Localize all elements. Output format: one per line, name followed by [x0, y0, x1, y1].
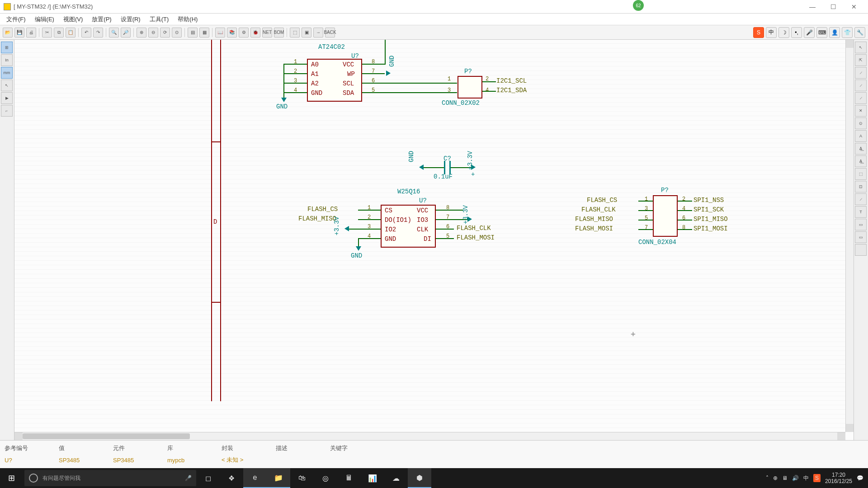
menu-file[interactable]: 文件(F)	[3, 14, 29, 24]
copy-icon[interactable]: ⧉	[54, 28, 64, 38]
menu-help[interactable]: 帮助(H)	[174, 14, 201, 24]
place-hierlabel-tool[interactable]: ⬚	[855, 168, 867, 180]
bom-icon[interactable]: BOM	[274, 28, 284, 38]
place-image-tool[interactable]: ▭	[855, 231, 867, 243]
net-label: FLASH_CLK	[457, 225, 491, 232]
sheet-icon[interactable]: ▤	[188, 28, 198, 38]
tray-ime-button[interactable]: 中	[803, 474, 809, 482]
back-icon[interactable]: BACK	[325, 28, 335, 38]
taskbar-calculator[interactable]: 🖩	[337, 468, 361, 488]
ime-logo-icon[interactable]: S	[753, 27, 764, 38]
ime-keyboard-icon[interactable]: ⌨	[816, 27, 827, 38]
layer-icon[interactable]: ▦	[199, 28, 209, 38]
zoom-in-icon[interactable]: ⊕	[137, 28, 146, 38]
taskbar-explorer[interactable]: 📁	[267, 468, 290, 488]
task-view-button[interactable]: ◻	[196, 468, 220, 488]
place-power-tool[interactable]: ⟋	[855, 80, 867, 91]
place-netlabel-tool[interactable]: A͟	[855, 143, 867, 155]
place-junction-tool[interactable]: A	[855, 130, 867, 142]
unit-mm-button[interactable]: mm	[1, 67, 13, 79]
ime-mic-icon[interactable]: 🎤	[804, 27, 815, 38]
replace-icon[interactable]: 🔎	[121, 28, 131, 38]
netlist-icon[interactable]: NET	[262, 28, 272, 38]
zoom-out-icon[interactable]: ⊖	[148, 28, 158, 38]
grid-button[interactable]: ⊞	[1, 42, 13, 53]
undo-icon[interactable]: ↶	[81, 28, 91, 38]
tray-chevron-icon[interactable]: ˄	[766, 475, 769, 481]
tray-notifications-icon[interactable]: 💬	[857, 475, 863, 481]
minimize-button[interactable]: —	[802, 0, 823, 13]
import-sheet-tool[interactable]: ⟋	[855, 193, 867, 205]
lib-icon[interactable]: 📚	[227, 28, 237, 38]
tray-monitor-icon[interactable]: 🖥	[782, 475, 788, 481]
footprint-icon[interactable]: ⬚	[290, 28, 300, 38]
menu-settings[interactable]: 设置(R)	[117, 14, 144, 24]
annotate-icon[interactable]: ⚙	[239, 28, 249, 38]
redo-icon[interactable]: ↷	[93, 28, 103, 38]
delete-tool[interactable]	[855, 244, 867, 256]
lines-button[interactable]: ⌐	[1, 105, 13, 117]
place-noconnect-tool[interactable]: ⊙	[855, 117, 867, 129]
highlight-tool[interactable]: ⇱	[855, 54, 867, 66]
conn2x2-name: CONN_02X02	[442, 99, 480, 107]
paste-icon[interactable]: 📋	[66, 28, 75, 38]
vertical-scrollbar[interactable]	[845, 40, 854, 432]
print-icon[interactable]: 🖨	[26, 28, 36, 38]
mic-icon[interactable]: 🎤	[185, 475, 192, 481]
maximize-button[interactable]: ☐	[823, 0, 844, 13]
ime-punct-icon[interactable]: •,	[791, 27, 802, 38]
tray-volume-icon[interactable]: 🔊	[792, 475, 799, 481]
taskbar-edge[interactable]: e	[243, 468, 267, 488]
taskbar-app-2[interactable]: ◎	[314, 468, 337, 488]
pin-label: WP	[347, 70, 355, 78]
ime-moon-icon[interactable]: ☽	[778, 27, 789, 38]
cursor-button[interactable]: ↖	[1, 80, 13, 91]
pcb-icon[interactable]: ▣	[302, 28, 311, 38]
forward-icon[interactable]: →	[313, 28, 323, 38]
ime-lang-button[interactable]: 中	[766, 27, 777, 38]
taskbar-store[interactable]: 🛍	[290, 468, 314, 488]
place-line-tool[interactable]: T	[855, 206, 867, 218]
place-bus-tool[interactable]: ✕	[855, 105, 867, 117]
ime-skin-icon[interactable]: 👕	[842, 27, 853, 38]
book-icon[interactable]: 📖	[215, 28, 225, 38]
taskbar-app-1[interactable]: ❖	[220, 468, 243, 488]
menu-place[interactable]: 放置(P)	[88, 14, 115, 24]
conn2x4-body[interactable]	[653, 195, 678, 237]
zoom-fit-icon[interactable]: ⊙	[172, 28, 182, 38]
conn2x2-body[interactable]	[458, 76, 482, 99]
place-component-tool[interactable]: ⟋	[855, 67, 867, 79]
taskbar-app-4[interactable]: ☁	[384, 468, 408, 488]
open-icon[interactable]: 📂	[3, 28, 13, 38]
unit-in-button[interactable]: In	[1, 54, 13, 66]
refresh-icon[interactable]: ⟳	[160, 28, 170, 38]
taskbar-kicad[interactable]: ⬢	[408, 468, 431, 488]
find-icon[interactable]: 🔍	[109, 28, 119, 38]
place-wire-tool[interactable]: ⟋	[855, 92, 867, 104]
notification-badge[interactable]: 62	[633, 0, 644, 11]
w25q16-name: W25Q16	[397, 188, 420, 195]
cap-vcc: +3.3V	[467, 151, 474, 170]
schematic-canvas[interactable]: D AT24C02 U? A0 A1 A2 GND VCC WP SCL SDA…	[14, 40, 854, 440]
start-button[interactable]: ⊞	[0, 468, 23, 488]
place-globallabel-tool[interactable]: A͟	[855, 155, 867, 167]
menu-edit[interactable]: 编辑(E)	[31, 14, 58, 24]
place-sheet-tool[interactable]: ⊡	[855, 181, 867, 192]
close-button[interactable]: ✕	[844, 0, 864, 13]
ime-settings-icon[interactable]: 🔧	[854, 27, 865, 38]
hidden-pins-button[interactable]: ▶	[1, 92, 13, 104]
erc-icon[interactable]: 🐞	[250, 28, 260, 38]
place-text-tool[interactable]: ▭	[855, 219, 867, 230]
taskbar-app-3[interactable]: 📊	[361, 468, 384, 488]
tray-network-icon[interactable]: ⊕	[773, 475, 778, 481]
menu-tools[interactable]: 工具(T)	[146, 14, 173, 24]
cut-icon[interactable]: ✂	[42, 28, 52, 38]
tray-clock[interactable]: 17:20 2016/12/25	[825, 472, 852, 485]
save-icon[interactable]: 💾	[14, 28, 24, 38]
tray-sogou-icon[interactable]: S	[813, 474, 821, 482]
menu-view[interactable]: 视图(V)	[60, 14, 86, 24]
horizontal-scrollbar[interactable]	[14, 432, 845, 440]
select-tool[interactable]: ↖	[855, 42, 867, 53]
cortana-search[interactable]: 有问题尽管问我 🎤	[24, 470, 196, 486]
ime-user-icon[interactable]: 👤	[829, 27, 840, 38]
